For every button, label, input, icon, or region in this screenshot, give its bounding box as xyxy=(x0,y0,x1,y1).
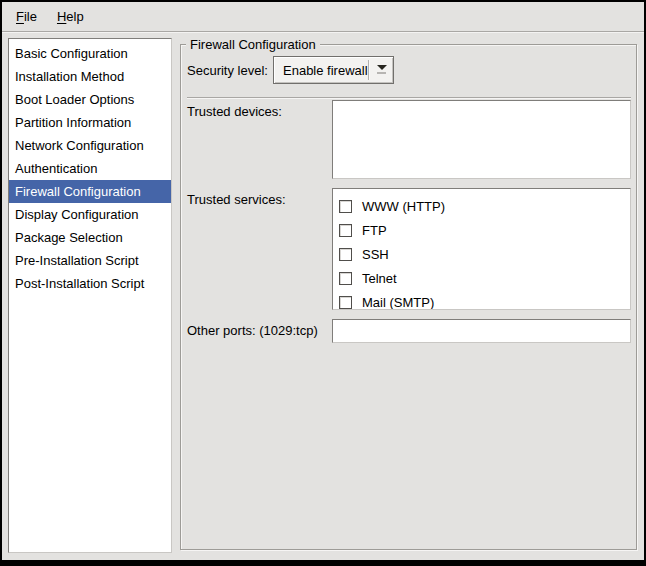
service-row-ssh[interactable]: SSH xyxy=(339,242,630,266)
trusted-devices-row: Trusted devices: xyxy=(187,100,631,179)
trusted-services-list[interactable]: WWW (HTTP) FTP SSH Telnet Mail (SMTP) xyxy=(332,188,631,310)
checkbox-icon[interactable] xyxy=(339,248,352,261)
sidebar-item-authentication[interactable]: Authentication xyxy=(9,157,171,180)
service-row-mail-smtp[interactable]: Mail (SMTP) xyxy=(339,290,630,310)
service-row-ftp[interactable]: FTP xyxy=(339,218,630,242)
trusted-services-row: Trusted services: WWW (HTTP) FTP SSH Tel… xyxy=(187,188,631,310)
service-label: FTP xyxy=(362,223,387,238)
sidebar-item-boot-loader-options[interactable]: Boot Loader Options xyxy=(9,88,171,111)
checkbox-icon[interactable] xyxy=(339,224,352,237)
other-ports-input[interactable] xyxy=(332,319,631,343)
menu-help-rest: elp xyxy=(66,9,83,24)
other-ports-label: Other ports: (1029:tcp) xyxy=(187,319,332,343)
frame-title: Firewall Configuration xyxy=(186,36,320,53)
checkbox-icon[interactable] xyxy=(339,272,352,285)
sidebar-item-post-installation-script[interactable]: Post-Installation Script xyxy=(9,272,171,295)
menu-help[interactable]: Help xyxy=(47,5,94,28)
menu-help-mnemonic: H xyxy=(57,9,66,24)
other-ports-row: Other ports: (1029:tcp) xyxy=(187,319,631,343)
sidebar-item-package-selection[interactable]: Package Selection xyxy=(9,226,171,249)
menu-file-mnemonic: F xyxy=(16,9,24,24)
sidebar-item-network-configuration[interactable]: Network Configuration xyxy=(9,134,171,157)
service-row-www-http[interactable]: WWW (HTTP) xyxy=(339,194,630,218)
security-level-dropdown[interactable]: Enable firewall xyxy=(273,56,394,84)
sidebar-item-installation-method[interactable]: Installation Method xyxy=(9,65,171,88)
menu-file-rest: ile xyxy=(24,9,37,24)
sidebar-item-firewall-configuration[interactable]: Firewall Configuration xyxy=(9,180,171,203)
trusted-services-label: Trusted services: xyxy=(187,188,332,310)
sidebar-item-pre-installation-script[interactable]: Pre-Installation Script xyxy=(9,249,171,272)
trusted-devices-list[interactable] xyxy=(332,100,631,179)
sidebar-item-basic-configuration[interactable]: Basic Configuration xyxy=(9,42,171,65)
dropdown-arrow-icon[interactable] xyxy=(370,57,393,83)
firewall-configuration-frame: Firewall Configuration Security level: E… xyxy=(180,44,637,550)
security-level-value: Enable firewall xyxy=(274,57,368,83)
sidebar-item-display-configuration[interactable]: Display Configuration xyxy=(9,203,171,226)
service-label: SSH xyxy=(362,247,389,262)
kickstart-configurator-window: File Help Basic Configuration Installati… xyxy=(0,0,646,566)
service-label: Mail (SMTP) xyxy=(362,295,434,310)
service-label: Telnet xyxy=(362,271,397,286)
security-level-label: Security level: xyxy=(187,63,273,78)
section-list: Basic Configuration Installation Method … xyxy=(8,38,172,553)
service-label: WWW (HTTP) xyxy=(362,199,445,214)
trusted-devices-label: Trusted devices: xyxy=(187,100,332,179)
checkbox-icon[interactable] xyxy=(339,200,352,213)
separator xyxy=(187,97,631,99)
checkbox-icon[interactable] xyxy=(339,296,352,309)
sidebar-item-partition-information[interactable]: Partition Information xyxy=(9,111,171,134)
menu-file[interactable]: File xyxy=(6,5,47,28)
security-level-row: Security level: xyxy=(187,56,273,84)
menubar: File Help xyxy=(2,2,644,32)
service-row-telnet[interactable]: Telnet xyxy=(339,266,630,290)
